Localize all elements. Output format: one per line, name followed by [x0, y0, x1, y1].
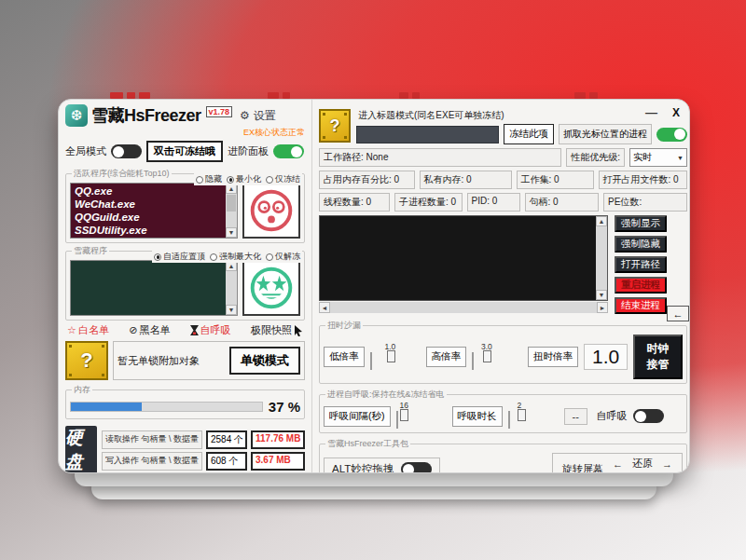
settings-button[interactable]: 设置 — [254, 108, 276, 124]
time-hourglass-legend: 扭时沙漏 — [325, 320, 363, 332]
core-status-text: EX核心状态正常 — [65, 127, 305, 138]
radio-hide[interactable]: 隐藏 — [196, 173, 222, 185]
breath-interval-button[interactable]: 呼吸间隔(秒) — [324, 406, 391, 427]
radio-adaptive-top[interactable]: 自适应置顶 — [154, 251, 205, 263]
clock-takeover-button[interactable]: 时钟接管 — [633, 335, 683, 379]
cursor-icon — [294, 325, 303, 336]
blacklist-link[interactable]: ⊘ 黑名单 — [129, 323, 170, 337]
list-item[interactable]: QQGuild.exe — [75, 211, 222, 224]
priority-label: 性能优先级: — [566, 148, 625, 167]
memory-group: 内存 37 % — [65, 384, 305, 419]
stat-pe-bits: PE位数: — [603, 193, 687, 212]
open-path-button[interactable]: 打开路径 — [615, 256, 667, 273]
force-show-button[interactable]: 强制显示 — [615, 215, 667, 232]
low-rate-slider[interactable]: 1.0 — [370, 353, 421, 370]
memory-percent: 37 % — [269, 399, 300, 415]
rotate-right-button[interactable]: → — [662, 458, 672, 470]
stat-child-procs: 子进程数量: 0 — [394, 193, 463, 212]
scroll-left-icon[interactable]: ◄ — [319, 302, 330, 313]
stat-pid: PID: 0 — [467, 193, 520, 212]
force-hide-button[interactable]: 强制隐藏 — [615, 236, 667, 253]
auto-breath-link[interactable]: 自呼吸 — [190, 323, 231, 337]
restart-process-button[interactable]: 重启进程 — [615, 277, 667, 294]
list-shortcuts-row: ☆ 白名单 ⊘ 黑名单 自呼吸 极限快照 — [65, 321, 305, 339]
kill-process-button[interactable]: 结束进程 — [615, 297, 667, 314]
version-badge: v1.78 — [206, 106, 233, 117]
star-struck-face-icon — [242, 260, 300, 316]
minimize-button[interactable]: — — [645, 105, 657, 119]
disk-read-size: 117.76 MB — [251, 430, 305, 449]
double-click-freeze-button[interactable]: 双击可冻结哦 — [146, 141, 223, 162]
high-rate-button[interactable]: 高倍率 — [426, 347, 467, 367]
memory-progress-bar — [70, 402, 263, 412]
frozen-list-scrollbar[interactable]: ▲ ▼ — [226, 261, 237, 315]
frozen-radio-row: 自适应置顶 强制最大化 仅解冻 — [152, 251, 302, 263]
priority-select[interactable]: 实时 ▼ — [629, 148, 687, 167]
work-path-field: 工作路径: None — [319, 148, 561, 167]
close-button[interactable]: X — [672, 106, 680, 119]
high-rate-slider[interactable]: 3.0 — [472, 353, 522, 370]
rotate-left-button[interactable]: ← — [613, 458, 623, 470]
active-programs-legend: 活跃程序(综合能耗Top10) — [72, 168, 172, 180]
memory-legend: 内存 — [72, 384, 92, 396]
scroll-right-icon[interactable]: ► — [597, 302, 608, 313]
global-mode-toggle[interactable] — [111, 144, 142, 158]
list-item[interactable]: QQ.exe — [75, 184, 222, 198]
console-row: ▲ ▼ ◄ ► 强制显示 强制隐藏 打开路径 重启进程 — [319, 215, 687, 314]
rotate-down-button[interactable]: ↓ — [640, 471, 645, 473]
scroll-down-icon[interactable]: ▼ — [226, 305, 237, 315]
window-controls: — X — [645, 105, 680, 119]
stats-row-2: 线程数量: 0 子进程数量: 0 PID: 0 句柄: 0 PE位数: — [319, 193, 687, 212]
rotate-restore-label[interactable]: 还原 — [632, 457, 653, 471]
single-lock-status: 暂无单锁附加对象 单锁模式 — [113, 341, 305, 380]
desktop-background: — X ❆ 雪藏HsFreezer v1.78 ⚙ 设置 EX核心状态正常 全局… — [0, 0, 746, 560]
chevron-down-icon: ▼ — [677, 155, 684, 161]
breath-interval-slider[interactable]: 16 — [396, 412, 447, 429]
stat-handles: 句柄: 0 — [525, 193, 600, 212]
frozen-programs-list[interactable]: ▲ ▼ — [70, 260, 238, 316]
breathing-legend: 进程自呼吸:保持在线&冻结省电 — [325, 389, 447, 401]
process-console[interactable]: ▲ ▼ — [319, 215, 608, 301]
time-ratio-value: 1.0 — [584, 344, 628, 370]
toolkit-legend: 雪藏HsFreezer工具包 — [325, 438, 410, 450]
snapshot-link[interactable]: 极限快照 — [251, 323, 303, 337]
whitelist-link[interactable]: ☆ 白名单 — [67, 323, 109, 337]
radio-force-maximize[interactable]: 强制最大化 — [210, 251, 261, 263]
low-rate-button[interactable]: 低倍率 — [324, 347, 365, 367]
radio-unfreeze-only[interactable]: 仅解冻 — [266, 251, 300, 263]
disk-label: 硬盘 — [65, 426, 97, 473]
single-lock-mode-button[interactable]: 单锁模式 — [229, 347, 300, 375]
app-logo-icon: ❆ — [65, 104, 88, 127]
scroll-up-icon[interactable]: ▲ — [596, 216, 607, 226]
advanced-panel-toggle[interactable] — [273, 144, 304, 158]
hourglass-icon — [190, 325, 199, 335]
freeze-item-button[interactable]: 冻结此项 — [504, 124, 554, 144]
breath-duration-button[interactable]: 呼吸时长 — [452, 406, 503, 427]
right-panel: ? 进入标题模式(同名EXE可单独冻结) 冻结此项 抓取光标位置的进程 工作路径… — [312, 100, 690, 472]
breath-duration-slider[interactable]: 2 — [508, 412, 559, 429]
disk-write-count: 608 个 — [206, 452, 247, 471]
active-list-scrollbar[interactable]: ▲ ▼ — [226, 184, 237, 238]
background-window-fragment — [399, 92, 420, 99]
frozen-programs-legend: 雪藏程序 — [72, 245, 109, 257]
single-lock-row: ? 暂无单锁附加对象 单锁模式 — [65, 341, 305, 380]
radio-minimize[interactable]: 最小化 — [227, 173, 261, 185]
star-icon: ☆ — [67, 324, 76, 336]
auto-breath-toggle[interactable] — [633, 409, 664, 423]
list-item[interactable]: SSDUtility.exe — [75, 224, 222, 237]
radio-freeze-only[interactable]: 仅冻结 — [266, 173, 300, 185]
scroll-down-icon[interactable]: ▼ — [226, 227, 237, 238]
app-window: — X ❆ 雪藏HsFreezer v1.78 ⚙ 设置 EX核心状态正常 全局… — [58, 99, 690, 473]
console-vscrollbar[interactable]: ▲ ▼ — [596, 216, 607, 300]
console-hscrollbar[interactable]: ◄ ► — [319, 302, 608, 313]
title-mode-input[interactable] — [356, 126, 499, 143]
list-item[interactable]: WeChat.exe — [75, 198, 222, 211]
active-programs-list[interactable]: QQ.exe WeChat.exe QQGuild.exe SSDUtility… — [70, 183, 238, 239]
question-block-icon: ? — [319, 109, 351, 143]
cursor-capture-toggle[interactable] — [656, 128, 687, 142]
alt-drag-toggle[interactable] — [401, 462, 432, 473]
time-ratio-button[interactable]: 扭时倍率 — [528, 347, 578, 367]
disk-write-label: 写入操作 句柄量 \ 数据量 — [102, 452, 202, 471]
time-hourglass-group: 扭时沙漏 低倍率 1.0 高倍率 3.0 扭时倍率 1.0 时钟接管 — [319, 320, 687, 384]
scroll-down-icon[interactable]: ▼ — [596, 290, 607, 300]
